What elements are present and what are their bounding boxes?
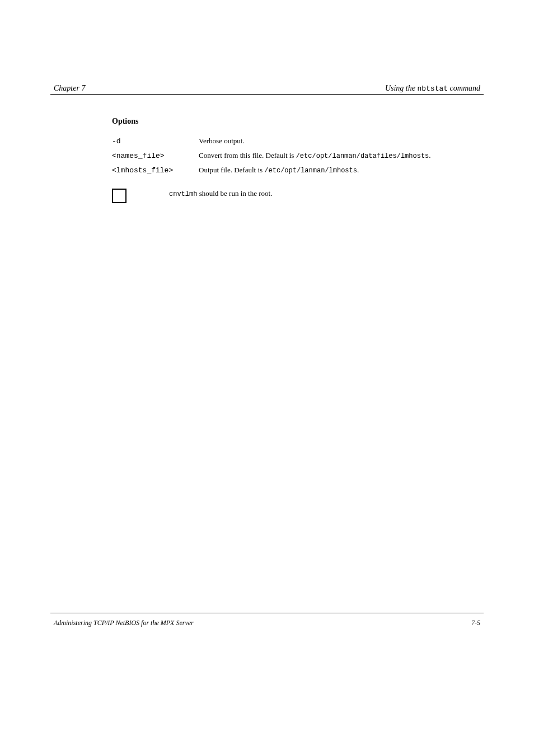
option-desc-pre: Output file. Default is — [199, 166, 264, 174]
option-row: -d Verbose output. — [112, 136, 484, 146]
chapter-label: Chapter 7 — [54, 84, 85, 93]
option-desc-mono: /etc/opt/lanman/lmhosts — [264, 167, 357, 175]
footer-title: Administering TCP/IP NetBIOS for the MPX… — [54, 619, 194, 627]
heading-prefix: Using the — [385, 84, 418, 92]
footer: Administering TCP/IP NetBIOS for the MPX… — [50, 613, 484, 627]
option-row: <lmhosts_file> Output file. Default is /… — [112, 165, 484, 175]
note-icon — [112, 189, 127, 203]
footer-rule — [50, 613, 484, 613]
option-desc-post: . — [429, 151, 430, 159]
option-desc: Verbose output. — [199, 136, 245, 146]
options-heading: Options — [112, 117, 484, 126]
option-desc-post: . — [357, 166, 359, 174]
heading-command: nbtstat — [417, 84, 448, 93]
option-desc: Convert from this file. Default is /etc/… — [199, 151, 431, 161]
option-desc-mono: /etc/opt/lanman/datafiles/lmhosts — [296, 152, 429, 160]
note-row: cnvtlmh should be run in the root. — [112, 189, 484, 203]
option-desc-pre: Convert from this file. Default is — [199, 151, 296, 159]
option-flag: -d — [112, 137, 199, 145]
option-row: <names_file> Convert from this file. Def… — [112, 151, 484, 161]
option-flag: <names_file> — [112, 152, 199, 160]
note-suffix: should be run in the root. — [197, 189, 272, 198]
command-heading: Using the nbtstat command — [385, 84, 480, 93]
option-flag: <lmhosts_file> — [112, 166, 199, 175]
header-rule — [50, 94, 484, 95]
heading-suffix: command — [448, 84, 480, 92]
note-text: cnvtlmh should be run in the root. — [169, 189, 272, 199]
note-mono: cnvtlmh — [169, 190, 197, 198]
page-number: 7-5 — [471, 619, 480, 627]
content-block: Options -d Verbose output. <names_file> … — [50, 117, 484, 203]
option-desc: Output file. Default is /etc/opt/lanman/… — [199, 165, 359, 175]
